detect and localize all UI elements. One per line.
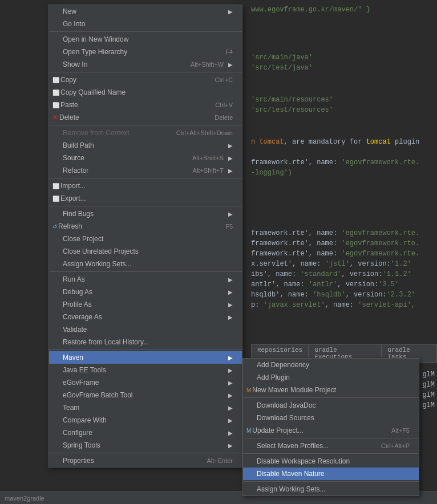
submenu-item-select-profiles[interactable]: Select Maven Profiles... Ctrl+Alt+P — [243, 440, 419, 452]
separator-5 — [49, 206, 242, 206]
separator-6 — [49, 271, 242, 272]
submenu-item-disable-workspace[interactable]: Disable Workspace Resolution — [243, 455, 419, 468]
menu-item-paste[interactable]: ⬜ Paste Ctrl+V — [49, 99, 242, 111]
menu-item-build-path[interactable]: Build Path ▶ — [49, 139, 242, 152]
menu-item-validate[interactable]: Validate — [49, 323, 242, 336]
arrow-icon: ▶ — [228, 355, 233, 361]
menu-item-egovframe[interactable]: eGovFrame ▶ — [49, 376, 242, 389]
submenu-item-download-sources[interactable]: Download Sources — [243, 412, 419, 424]
menu-item-close-project[interactable]: Close Project — [49, 233, 242, 245]
arrow-icon: ▶ — [228, 380, 233, 386]
menu-item-properties[interactable]: Properties Alt+Enter — [49, 454, 242, 467]
menu-item-export[interactable]: ⬜ Export... — [49, 192, 242, 205]
arrow-icon: ▶ — [228, 143, 233, 149]
menu-item-assign-working[interactable]: Assign Working Sets... — [49, 258, 242, 270]
separator-1 — [49, 31, 242, 32]
submenu-sep-2 — [243, 438, 419, 438]
maven-module-icon: M — [246, 387, 251, 393]
submenu-sep-4 — [243, 481, 419, 482]
arrow-icon: ▶ — [228, 302, 233, 308]
separator-4 — [49, 178, 242, 178]
arrow-icon: ▶ — [228, 277, 233, 283]
menu-item-team[interactable]: Team ▶ — [49, 401, 242, 414]
status-label: maven2gradle — [5, 495, 44, 502]
submenu-sep-1 — [243, 397, 419, 398]
menu-item-delete[interactable]: ✕ Delete Delete — [49, 111, 242, 124]
menu-item-coverage-as[interactable]: Coverage As ▶ — [49, 311, 242, 323]
menu-item-compare-with[interactable]: Compare With ▶ — [49, 414, 242, 426]
maven-submenu: Add Dependency Add Plugin M New Maven Mo… — [242, 358, 419, 496]
delete-icon: ✕ — [52, 113, 58, 121]
arrow-icon: ▶ — [228, 442, 233, 449]
menu-item-close-unrelated[interactable]: Close Unrelated Projects — [49, 245, 242, 258]
menu-item-find-bugs[interactable]: Find Bugs ▶ — [49, 208, 242, 220]
import-icon: ⬜ — [52, 183, 59, 189]
arrow-icon: ▶ — [228, 430, 233, 436]
menu-item-copy-qualified[interactable]: ⬜ Copy Qualified Name — [49, 86, 242, 99]
arrow-icon: ▶ — [228, 9, 233, 15]
menu-item-source[interactable]: Source Alt+Shift+S ▶ — [49, 152, 242, 164]
menu-item-profile-as[interactable]: Profile As ▶ — [49, 298, 242, 311]
arrow-icon: ▶ — [228, 289, 233, 295]
arrow-icon: ▶ — [228, 392, 233, 399]
arrow-icon: ▶ — [228, 405, 233, 411]
menu-item-remove-context: Remove from Context Ctrl+Alt+Shift+Down — [49, 127, 242, 139]
separator-8 — [49, 453, 242, 453]
separator-7 — [49, 349, 242, 350]
refresh-icon: ↺ — [52, 223, 57, 230]
menu-item-maven[interactable]: Maven ▶ — [49, 351, 242, 364]
menu-item-show-in[interactable]: Show In Alt+Shift+W ▶ — [49, 58, 242, 71]
menu-item-import[interactable]: ⬜ Import... — [49, 180, 242, 192]
submenu-item-update-project[interactable]: M Update Project... Alt+F5 — [243, 424, 419, 437]
menu-item-spring-tools[interactable]: Spring Tools ▶ — [49, 439, 242, 452]
arrow-icon: ▶ — [228, 155, 233, 161]
separator-3 — [49, 125, 242, 125]
arrow-icon: ▶ — [228, 62, 233, 68]
arrow-icon: ▶ — [228, 314, 233, 320]
separator-2 — [49, 72, 242, 72]
menu-item-restore-local[interactable]: Restore from Local History... — [49, 336, 242, 348]
menu-item-copy[interactable]: ⬜ Copy Ctrl+C — [49, 74, 242, 86]
arrow-icon: ▶ — [228, 211, 233, 217]
menu-item-go-into[interactable]: Go Into — [49, 18, 242, 30]
menu-item-egovframe-batch[interactable]: eGovFrame Batch Tool ▶ — [49, 389, 242, 401]
arrow-icon: ▶ — [228, 417, 233, 424]
menu-item-refresh[interactable]: ↺ Refresh F5 — [49, 220, 242, 233]
menu-item-java-ee-tools[interactable]: Java EE Tools ▶ — [49, 364, 242, 376]
submenu-item-download-javadoc[interactable]: Download JavaDoc — [243, 399, 419, 412]
submenu-item-add-plugin[interactable]: Add Plugin — [243, 371, 419, 384]
submenu-item-disable-maven-nature[interactable]: Disable Maven Nature — [243, 468, 419, 480]
menu-item-configure[interactable]: Configure ▶ — [49, 426, 242, 439]
menu-item-run-as[interactable]: Run As ▶ — [49, 273, 242, 286]
context-menu: New ▶ Go Into Open in New Window Open Ty… — [48, 5, 242, 468]
menu-item-refactor[interactable]: Refactor Alt+Shift+T ▶ — [49, 164, 242, 177]
paste-icon: ⬜ — [52, 102, 59, 108]
menu-item-debug-as[interactable]: Debug As ▶ — [49, 286, 242, 298]
menu-item-open-type-hierarchy[interactable]: Open Type Hierarchy F4 — [49, 46, 242, 58]
submenu-item-new-maven-module[interactable]: M New Maven Module Project — [243, 384, 419, 396]
arrow-icon: ▶ — [228, 168, 233, 174]
submenu-item-assign-working-sets[interactable]: Assign Working Sets... — [243, 483, 419, 495]
submenu-sep-3 — [243, 453, 419, 454]
update-project-icon: M — [246, 428, 251, 434]
copy-qualified-icon: ⬜ — [52, 90, 59, 96]
menu-item-open-new-window[interactable]: Open in New Window — [49, 33, 242, 46]
arrow-icon: ▶ — [228, 367, 233, 373]
submenu-item-add-dependency[interactable]: Add Dependency — [243, 359, 419, 371]
menu-item-new[interactable]: New ▶ — [49, 5, 242, 18]
copy-icon: ⬜ — [52, 77, 59, 83]
export-icon: ⬜ — [52, 196, 59, 202]
